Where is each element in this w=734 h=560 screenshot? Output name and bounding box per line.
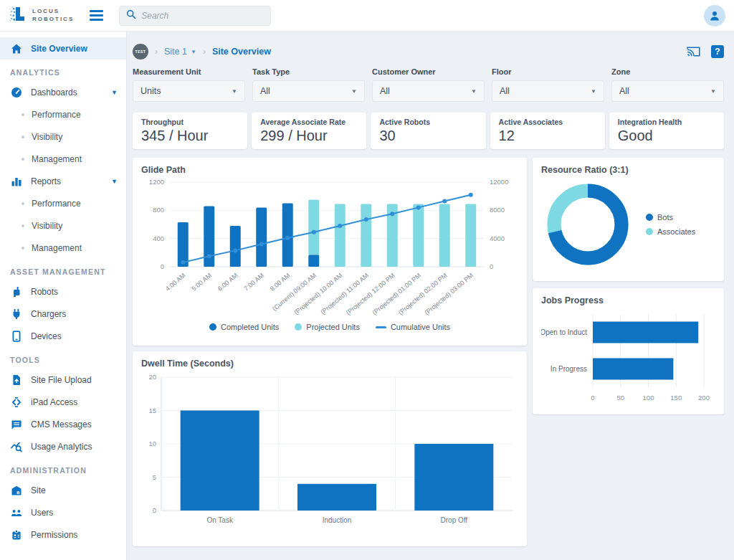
completed-bar (282, 204, 293, 267)
chevron-down-icon[interactable]: ▼ (111, 89, 118, 96)
menu-icon[interactable] (90, 10, 103, 21)
kpi-average-associate-rate: Average Associate Rate 299 / Hour (252, 113, 366, 149)
sidebar-subitem-performance[interactable]: Performance (0, 192, 126, 214)
svg-text:(Projected) 01:00 PM: (Projected) 01:00 PM (371, 272, 422, 316)
sidebar-subitem-performance[interactable]: Performance (0, 103, 126, 125)
completed-bar (256, 207, 267, 267)
task-type-select[interactable]: All▼ (252, 80, 365, 102)
users-icon (10, 506, 22, 518)
svg-text:8:00 AM: 8:00 AM (269, 272, 292, 293)
legend-associates[interactable]: Associates (646, 227, 695, 236)
floor-select[interactable]: All▼ (492, 80, 604, 102)
caret-down-icon: ▼ (191, 49, 196, 55)
svg-text:On Task: On Task (206, 516, 233, 524)
dwell-bar (414, 444, 493, 511)
chart-title: Resource Ratio (3:1) (541, 165, 715, 175)
sidebar-item-devices[interactable]: Devices (0, 325, 126, 347)
svg-text:800: 800 (153, 206, 164, 214)
chevron-right-icon: › (155, 47, 158, 57)
projected-bar (335, 204, 345, 267)
badge-icon (10, 528, 22, 541)
chart-title: Dwell Time (Seconds) (141, 359, 518, 369)
legend-dot (646, 228, 653, 235)
caret-down-icon: ▼ (471, 88, 477, 95)
svg-text:8000: 8000 (490, 206, 505, 214)
help-button[interactable]: ? (711, 45, 724, 58)
jobs-bar (593, 322, 698, 343)
sidebar-item-ipad-access[interactable]: iPad Access (0, 391, 126, 413)
zone-select[interactable]: All▼ (611, 80, 724, 102)
file-upload-icon (10, 374, 22, 386)
filter-label: Customer Owner (372, 67, 485, 76)
sidebar-item-users[interactable]: Users (0, 501, 126, 523)
warehouse-icon (10, 484, 22, 496)
filter-label: Measurement Unit (133, 67, 245, 76)
sidebar-subitem-management[interactable]: Management (0, 237, 126, 259)
sidebar-subitem-visibility[interactable]: Visibility (0, 125, 126, 148)
legend-dot (295, 323, 302, 331)
sidebar-item-chargers[interactable]: Chargers (0, 303, 126, 325)
search-input[interactable] (141, 11, 264, 21)
legend-cumulative-units[interactable]: Cumulative Units (376, 323, 450, 331)
charts-area: Glide Path 00400400080080001200120004:00… (133, 158, 724, 546)
filters-row: Measurement Unit Units▼ Task Type All▼ C… (133, 67, 724, 102)
jobs-progress-chart: 050100150200Open to InductIn Progress (541, 308, 714, 406)
legend-completed-units[interactable]: Completed Units (209, 323, 279, 331)
projected-bar (465, 204, 476, 267)
line-point (416, 205, 421, 209)
svg-text:0: 0 (490, 262, 493, 270)
legend-bots[interactable]: Bots (646, 213, 695, 222)
resource-ratio-donut (541, 178, 634, 271)
sidebar-item-robots[interactable]: Robots (0, 280, 126, 303)
svg-text:Drop Off: Drop Off (441, 516, 468, 524)
completed-bar (230, 226, 241, 267)
measurement-unit-select[interactable]: Units▼ (133, 80, 245, 102)
dwell-time-card: Dwell Time (Seconds) 05101520On TaskIndu… (133, 351, 527, 546)
svg-text:(Projected) 03:00 PM: (Projected) 03:00 PM (423, 272, 475, 316)
home-icon (10, 42, 22, 54)
org-badge[interactable]: TEST (133, 44, 148, 60)
svg-text:5:00 AM: 5:00 AM (190, 272, 213, 293)
svg-text:150: 150 (670, 394, 682, 402)
gauge-icon (10, 86, 22, 98)
filter-zone: Zone All▼ (611, 67, 724, 102)
breadcrumb-current-page: Site Overview (212, 47, 271, 57)
bullet-icon (22, 224, 24, 227)
glide-path-card: Glide Path 00400400080080001200120004:00… (133, 158, 527, 346)
sidebar-item-site-overview[interactable]: Site Overview (0, 37, 126, 60)
sidebar-item-site-file-upload[interactable]: Site File Upload (0, 369, 126, 391)
sidebar-item-usage-analytics[interactable]: Usage Analytics (0, 435, 126, 457)
svg-text:50: 50 (616, 394, 624, 402)
sidebar-item-site[interactable]: Site (0, 479, 126, 501)
kpi-active-associates: Active Associates 12 (490, 113, 605, 149)
line-point (364, 217, 368, 222)
app-window: LOCUSROBOTICS Site OverviewANALYTICSDash… (0, 0, 734, 560)
sidebar-subitem-visibility[interactable]: Visibility (0, 214, 126, 237)
search-box[interactable] (119, 6, 271, 26)
locus-robotics-logo[interactable]: LOCUSROBOTICS (9, 5, 74, 27)
bullet-icon (22, 247, 24, 250)
svg-text:400: 400 (153, 234, 164, 242)
breadcrumb-site-selector[interactable]: Site 1▼ (164, 47, 196, 57)
chevron-down-icon[interactable]: ▼ (111, 178, 118, 185)
tablet-icon (10, 330, 22, 342)
svg-text:(Projected) 02:00 PM: (Projected) 02:00 PM (397, 272, 449, 316)
sidebar-item-permissions[interactable]: Permissions (0, 523, 126, 546)
projected-bar (413, 204, 424, 267)
sidebar-subitem-management[interactable]: Management (0, 148, 126, 170)
filter-floor: Floor All▼ (492, 67, 604, 102)
glide-path-chart: 00400400080080001200120004:00 AM5:00 AM6… (141, 175, 517, 318)
sidebar-section-asset-management: ASSET MANAGEMENT (0, 259, 126, 280)
customer-owner-select[interactable]: All▼ (372, 80, 485, 102)
sidebar-item-reports[interactable]: Reports▼ (0, 170, 126, 192)
chevron-right-icon: › (203, 47, 206, 57)
cast-icon[interactable] (686, 45, 701, 58)
legend-projected-units[interactable]: Projected Units (295, 323, 360, 331)
dwell-bar (297, 484, 376, 511)
svg-text:(Projected) 10:00 AM: (Projected) 10:00 AM (292, 272, 343, 316)
caret-down-icon: ▼ (351, 88, 357, 95)
sidebar-item-dashboards[interactable]: Dashboards▼ (0, 81, 126, 103)
code-icon (10, 396, 22, 408)
user-avatar[interactable] (704, 5, 725, 27)
sidebar-item-cms-messages[interactable]: CMS Messages (0, 413, 126, 435)
